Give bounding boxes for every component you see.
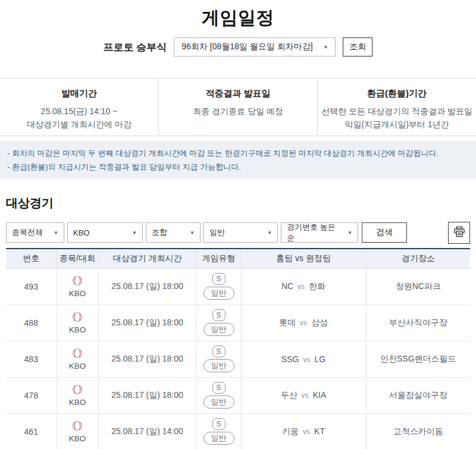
- league-name: KBO: [69, 289, 86, 298]
- single-game-badge: S: [212, 273, 226, 285]
- game-type-badge: 일반: [203, 287, 234, 300]
- vs-label: vs: [298, 282, 305, 291]
- printer-icon: [453, 226, 465, 240]
- round-select[interactable]: 96회차 [08월18일 월요일 회차마감] ▼: [174, 37, 336, 56]
- info-line: 25.08.15(금) 14:10 ~: [0, 105, 158, 118]
- single-game-badge: S: [212, 382, 226, 394]
- venue-cell: 창원NC파크: [366, 268, 470, 304]
- teams-cell: NCvs한화: [241, 268, 366, 304]
- away-team: 삼성: [311, 318, 328, 327]
- info-sale-period: 발매기간 25.08.15(금) 14:10 ~ 대상경기별 개최시간에 마감: [0, 79, 158, 136]
- notice-line: - 회차의 마감은 마지막 두 번째 대상경기 개최시간에 마감 또는 한경기구…: [7, 147, 469, 161]
- page-title: 게임일정: [0, 0, 476, 30]
- info-line: 익일(지급개시일)부터 1년간: [318, 118, 476, 131]
- away-team: KIA: [313, 390, 327, 400]
- combo-filter-select[interactable]: 조합 ▼: [146, 222, 201, 243]
- game-number: 461: [6, 413, 57, 449]
- search-button[interactable]: 검색: [362, 222, 407, 243]
- home-team: NC: [281, 281, 293, 291]
- vs-label: vs: [303, 428, 310, 436]
- league-name: KBO: [69, 398, 86, 407]
- league-cell: KBO: [58, 312, 98, 334]
- sort-filter-select[interactable]: 경기번호 높은순 ▼: [281, 222, 358, 243]
- sport-filter-value: 종목전체: [12, 227, 43, 238]
- league-name: KBO: [69, 325, 86, 334]
- game-type-cell: S 일반: [198, 346, 240, 372]
- game-number: 488: [6, 304, 57, 341]
- game-type-filter-select[interactable]: 일반 ▼: [203, 222, 278, 243]
- home-team: 두산: [281, 390, 298, 400]
- column-header-venue: 경기장소: [366, 249, 470, 268]
- info-title: 환급(환불)기간: [318, 88, 476, 99]
- game-type-cell: S 일반: [198, 309, 240, 336]
- table-header-row: 번호 종목/대회 대상경기 개최시간 게임유형 홈팀 vs 원정팀 경기장소: [6, 249, 470, 268]
- print-button[interactable]: [448, 222, 470, 244]
- info-line: 최종 경기종료 당일 예정: [159, 105, 317, 118]
- vs-label: vs: [303, 356, 310, 364]
- league-cell: KBO: [58, 420, 98, 443]
- venue-cell: 부산사직야구장: [366, 304, 470, 341]
- league-filter-select[interactable]: KBO ▼: [67, 222, 143, 243]
- section-title-target-games: 대상경기: [0, 195, 476, 211]
- info-line: 대상경기별 개최시간에 마감: [0, 118, 158, 131]
- info-result-date: 적중결과 발표일 최종 경기종료 당일 예정: [158, 79, 317, 136]
- sort-filter-value: 경기번호 높은순: [287, 222, 343, 243]
- chevron-down-icon: ▼: [54, 230, 58, 236]
- column-header-number: 번호: [6, 249, 57, 268]
- game-time: 25.08.17 (일) 18:00: [98, 268, 196, 304]
- info-title: 적중결과 발표일: [159, 88, 317, 99]
- chevron-down-icon: ▼: [323, 45, 328, 50]
- vs-label: vs: [302, 391, 309, 400]
- game-type-cell: S 일반: [198, 382, 240, 409]
- teams-cell: 롯데vs삼성: [241, 304, 366, 341]
- league-name: KBO: [69, 362, 86, 370]
- game-type-badge: 일반: [203, 323, 234, 336]
- column-header-teams: 홈팀 vs 원정팀: [241, 249, 366, 268]
- single-game-badge: S: [212, 418, 226, 430]
- baseball-icon: [72, 275, 83, 288]
- game-type-filter-value: 일반: [209, 227, 225, 238]
- column-header-time: 대상경기 개최시간: [98, 249, 196, 268]
- baseball-icon: [72, 348, 83, 360]
- game-type-cell: S 일반: [198, 273, 240, 300]
- single-game-badge: S: [212, 346, 226, 357]
- game-type-badge: 일반: [203, 432, 234, 445]
- away-team: LG: [314, 354, 325, 364]
- table-row: 493 KBO 25.08.17 (일) 18:00 S 일반 NCvs한화 창…: [6, 268, 470, 304]
- chevron-down-icon: ▼: [132, 230, 137, 236]
- single-game-badge: S: [212, 309, 226, 321]
- inquiry-button[interactable]: 조회: [343, 37, 372, 56]
- info-title: 발매기간: [0, 88, 158, 99]
- venue-cell: 고척스카이돔: [366, 413, 470, 449]
- notice-line: - 환급(환불)의 지급시기는 적중결과 발표 당일부터 지급 가능합니다.: [7, 161, 469, 174]
- baseball-icon: [72, 384, 83, 397]
- vs-label: vs: [300, 319, 307, 327]
- baseball-icon: [72, 420, 83, 433]
- teams-cell: SSGvsLG: [241, 341, 366, 377]
- teams-cell: 키움vsKT: [241, 413, 366, 449]
- sport-filter-select[interactable]: 종목전체 ▼: [6, 222, 64, 243]
- game-type-badge: 일반: [203, 395, 234, 409]
- filter-bar: 종목전체 ▼ KBO ▼ 조합 ▼ 일반 ▼ 경기번호 높은순 ▼ 검색: [0, 222, 476, 243]
- info-refund-period: 환급(환불)기간 선택한 모든 대상경기의 적중결과 발표일 익일(지급개시일)…: [317, 79, 476, 136]
- league-cell: KBO: [58, 384, 98, 407]
- info-line: 선택한 모든 대상경기의 적중결과 발표일: [318, 105, 476, 118]
- notice-box: - 회차의 마감은 마지막 두 번째 대상경기 개최시간에 마감 또는 한경기구…: [0, 141, 476, 179]
- home-team: 롯데: [279, 318, 296, 327]
- league-filter-value: KBO: [73, 228, 89, 237]
- home-team: 키움: [282, 426, 299, 436]
- league-cell: KBO: [58, 348, 98, 370]
- league-cell: KBO: [58, 275, 98, 298]
- round-select-value: 96회차 [08월18일 월요일 회차마감]: [181, 42, 312, 52]
- game-time: 25.08.17 (일) 18:00: [98, 377, 196, 413]
- table-row: 483 KBO 25.08.17 (일) 18:00 S 일반 SSGvsLG …: [6, 341, 470, 377]
- column-header-league: 종목/대회: [57, 249, 98, 268]
- table-row: 461 KBO 25.08.17 (일) 14:00 S 일반 키움vsKT 고…: [6, 413, 470, 449]
- baseball-icon: [72, 312, 83, 324]
- game-number: 478: [6, 377, 57, 413]
- game-type-badge: 일반: [203, 359, 234, 372]
- venue-cell: 서울잠실야구장: [366, 377, 470, 413]
- chevron-down-icon: ▼: [347, 230, 352, 236]
- proto-controls: 프로토 승부식 96회차 [08월18일 월요일 회차마감] ▼ 조회: [0, 37, 476, 56]
- round-info-panel: 발매기간 25.08.15(금) 14:10 ~ 대상경기별 개최시간에 마감 …: [0, 78, 476, 136]
